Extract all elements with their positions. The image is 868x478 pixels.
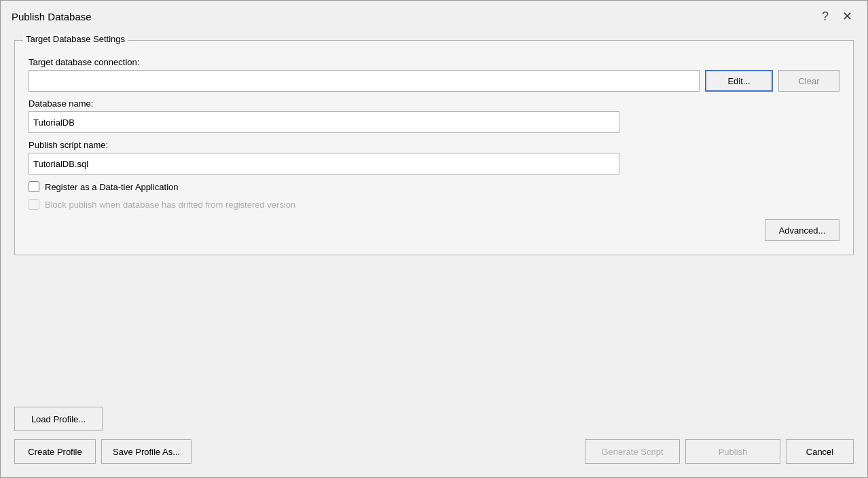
cancel-button[interactable]: Cancel bbox=[786, 439, 854, 464]
load-profile-button[interactable]: Load Profile... bbox=[14, 407, 103, 431]
save-profile-button[interactable]: Save Profile As... bbox=[101, 439, 192, 464]
register-checkbox-row: Register as a Data-tier Application bbox=[29, 181, 839, 192]
dialog-title: Publish Database bbox=[12, 11, 92, 22]
database-name-field-group: Database name: bbox=[29, 98, 839, 133]
connection-label: Target database connection: bbox=[29, 57, 839, 67]
clear-button[interactable]: Clear bbox=[778, 70, 839, 92]
publish-database-dialog: Publish Database ? ✕ Target Database Set… bbox=[0, 0, 868, 478]
group-content: Target database connection: Edit... Clea… bbox=[29, 57, 839, 241]
script-name-input[interactable] bbox=[29, 153, 619, 174]
group-box-title: Target Database Settings bbox=[23, 34, 128, 44]
block-publish-checkbox-row: Block publish when database has drifted … bbox=[29, 199, 839, 210]
title-bar-controls: ? ✕ bbox=[818, 9, 856, 24]
help-button[interactable]: ? bbox=[818, 9, 833, 24]
script-name-field-group: Publish script name: bbox=[29, 140, 839, 174]
connection-row: Edit... Clear bbox=[29, 70, 839, 92]
actions-left: Create Profile Save Profile As... bbox=[14, 439, 579, 464]
publish-button: Publish bbox=[685, 439, 780, 464]
create-profile-button[interactable]: Create Profile bbox=[14, 439, 96, 464]
database-name-input[interactable] bbox=[29, 111, 619, 133]
register-checkbox-label: Register as a Data-tier Application bbox=[45, 182, 179, 192]
script-name-label: Publish script name: bbox=[29, 140, 839, 150]
edit-button[interactable]: Edit... bbox=[705, 70, 773, 92]
block-publish-checkbox bbox=[29, 199, 39, 210]
connection-input[interactable] bbox=[29, 70, 700, 92]
database-name-label: Database name: bbox=[29, 98, 839, 109]
actions-row: Create Profile Save Profile As... Genera… bbox=[14, 439, 854, 464]
connection-field-group: Target database connection: Edit... Clea… bbox=[29, 57, 839, 92]
generate-script-button: Generate Script bbox=[585, 439, 680, 464]
advanced-row: Advanced... bbox=[29, 219, 839, 241]
bottom-section: Load Profile... Create Profile Save Prof… bbox=[1, 399, 867, 477]
actions-right: Generate Script Publish Cancel bbox=[585, 439, 854, 464]
dialog-body: Target Database Settings Target database… bbox=[1, 29, 867, 399]
target-database-settings-group: Target Database Settings Target database… bbox=[14, 40, 854, 255]
advanced-button[interactable]: Advanced... bbox=[765, 219, 839, 241]
title-bar: Publish Database ? ✕ bbox=[1, 1, 867, 29]
block-publish-checkbox-label: Block publish when database has drifted … bbox=[45, 200, 295, 210]
register-checkbox[interactable] bbox=[29, 181, 39, 192]
load-profile-row: Load Profile... bbox=[14, 407, 854, 431]
close-button[interactable]: ✕ bbox=[838, 9, 856, 24]
